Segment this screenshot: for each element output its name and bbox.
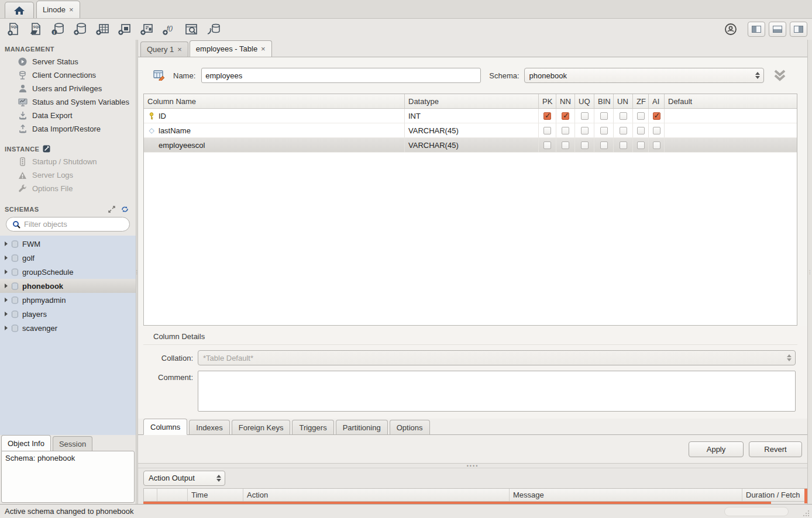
sidebar-item-system-variables[interactable]: Status and System Variables	[5, 95, 136, 109]
uq-checkbox[interactable]	[581, 127, 589, 134]
sidebar-item-startup-shutdown[interactable]: Startup / Shutdown	[5, 155, 136, 168]
toggle-left-panel-button[interactable]	[748, 22, 765, 37]
right-panel-splitter[interactable]: ⋮	[807, 40, 812, 504]
collapse-header-icon[interactable]	[772, 69, 787, 82]
table-name-input[interactable]	[201, 68, 481, 83]
column-default[interactable]	[665, 123, 797, 137]
column-header[interactable]: ZF	[633, 94, 649, 108]
expander-icon[interactable]	[5, 270, 8, 274]
expander-icon[interactable]	[5, 312, 8, 316]
home-tab[interactable]	[5, 2, 34, 18]
schema-item-fwm[interactable]: FWM	[0, 237, 136, 251]
table-row[interactable]: employeescol VARCHAR(45)	[144, 138, 797, 153]
ai-checkbox[interactable]	[653, 141, 660, 149]
column-header[interactable]: PK	[539, 94, 556, 108]
comment-textarea[interactable]	[198, 371, 796, 412]
schema-item-phpmyadmin[interactable]: phpmyadmin	[0, 293, 136, 307]
sidebar-item-options-file[interactable]: Options File	[5, 182, 136, 195]
tab-employees-table[interactable]: employees - Table ×	[190, 40, 272, 57]
inspect-database-icon[interactable]: i	[49, 22, 67, 37]
zf-checkbox[interactable]	[637, 112, 645, 120]
column-header[interactable]: Default	[665, 94, 797, 108]
nn-checkbox[interactable]	[562, 141, 569, 149]
output-header-time[interactable]: Time	[188, 489, 243, 501]
schema-item-scavenger[interactable]: scavenger	[0, 321, 136, 335]
tab-columns[interactable]: Columns	[143, 419, 187, 435]
tab-indexes[interactable]: Indexes	[189, 420, 230, 434]
schema-select[interactable]: phonebook	[524, 68, 764, 83]
sidebar-item-data-import[interactable]: Data Import/Restore	[5, 122, 136, 136]
expand-schemas-icon[interactable]	[108, 206, 115, 213]
toggle-bottom-panel-button[interactable]	[769, 22, 786, 37]
tab-object-info[interactable]: Object Info	[1, 435, 51, 451]
nn-checkbox[interactable]	[562, 112, 569, 120]
tab-triggers[interactable]: Triggers	[292, 420, 333, 434]
connection-tab[interactable]: Linode ×	[36, 1, 80, 18]
expander-icon[interactable]	[5, 284, 8, 288]
reconnect-dbms-icon[interactable]	[205, 22, 222, 37]
bin-checkbox[interactable]	[600, 141, 608, 149]
new-sql-tab-icon[interactable]: SQL	[5, 22, 22, 37]
expander-icon[interactable]	[5, 241, 8, 246]
uq-checkbox[interactable]	[581, 112, 589, 120]
zf-checkbox[interactable]	[637, 141, 645, 149]
expander-icon[interactable]	[5, 298, 8, 302]
status-scrollbar-thumb[interactable]	[724, 507, 789, 516]
column-header[interactable]: UN	[614, 94, 633, 108]
user-circle-icon[interactable]	[722, 22, 739, 37]
schema-item-groupschedule[interactable]: groupSchedule	[0, 265, 136, 279]
schema-filter-box[interactable]	[6, 217, 130, 232]
sidebar-item-users-privileges[interactable]: Users and Privileges	[5, 82, 136, 95]
bin-checkbox[interactable]	[600, 112, 608, 120]
tab-query-1[interactable]: Query 1 ×	[140, 42, 188, 57]
toggle-right-panel-button[interactable]	[790, 22, 807, 37]
output-splitter[interactable]: ••••	[138, 464, 807, 468]
search-data-icon[interactable]	[183, 22, 200, 37]
column-header[interactable]: NN	[556, 94, 575, 108]
refresh-schemas-icon[interactable]	[121, 206, 129, 213]
zf-checkbox[interactable]	[637, 127, 645, 134]
un-checkbox[interactable]	[620, 112, 627, 120]
close-icon[interactable]: ×	[177, 46, 182, 53]
column-default[interactable]	[665, 138, 797, 152]
close-icon[interactable]: ×	[69, 6, 74, 13]
expander-icon[interactable]	[5, 255, 8, 260]
sidebar-item-client-connections[interactable]: Client Connections	[5, 68, 136, 82]
schema-item-phonebook[interactable]: phonebook	[0, 279, 136, 293]
output-header-action[interactable]: Action	[243, 489, 510, 501]
open-sql-file-icon[interactable]: SQL	[27, 22, 44, 37]
tab-foreign-keys[interactable]: Foreign Keys	[232, 420, 291, 434]
tab-options[interactable]: Options	[390, 420, 430, 434]
column-header[interactable]: Column Name	[144, 94, 405, 108]
collation-select[interactable]: *Table Default*	[198, 350, 796, 365]
schema-item-golf[interactable]: golf	[0, 251, 136, 265]
column-header[interactable]: BIN	[594, 94, 614, 108]
uq-checkbox[interactable]	[581, 141, 589, 149]
ai-checkbox[interactable]	[653, 112, 660, 120]
pk-checkbox[interactable]	[543, 127, 551, 134]
ai-checkbox[interactable]	[653, 127, 660, 134]
pk-checkbox[interactable]	[543, 141, 551, 149]
close-icon[interactable]: ×	[261, 45, 266, 53]
create-procedure-icon[interactable]	[138, 22, 156, 37]
create-schema-icon[interactable]	[71, 22, 89, 37]
table-row[interactable]: ID INT	[144, 109, 797, 123]
nn-checkbox[interactable]	[562, 127, 569, 134]
output-view-select[interactable]: Action Output	[143, 471, 225, 486]
grid-empty-area[interactable]	[144, 153, 797, 325]
sidebar-item-server-logs[interactable]: Server Logs	[5, 168, 136, 182]
column-header[interactable]: AI	[649, 94, 665, 108]
schema-item-players[interactable]: players	[0, 307, 136, 321]
column-default[interactable]	[665, 109, 797, 123]
un-checkbox[interactable]	[620, 141, 627, 149]
column-header[interactable]: UQ	[575, 94, 594, 108]
create-table-icon[interactable]	[94, 22, 111, 37]
sidebar-splitter[interactable]: ⋮	[136, 40, 138, 504]
tab-partitioning[interactable]: Partitioning	[336, 420, 388, 434]
create-view-icon[interactable]	[116, 22, 133, 37]
revert-button[interactable]: Revert	[749, 441, 802, 457]
output-header-duration[interactable]: Duration / Fetch	[742, 489, 807, 501]
schema-filter-input[interactable]	[24, 220, 127, 229]
column-header[interactable]: Datatype	[405, 94, 539, 108]
create-function-icon[interactable]: f()	[160, 22, 178, 37]
